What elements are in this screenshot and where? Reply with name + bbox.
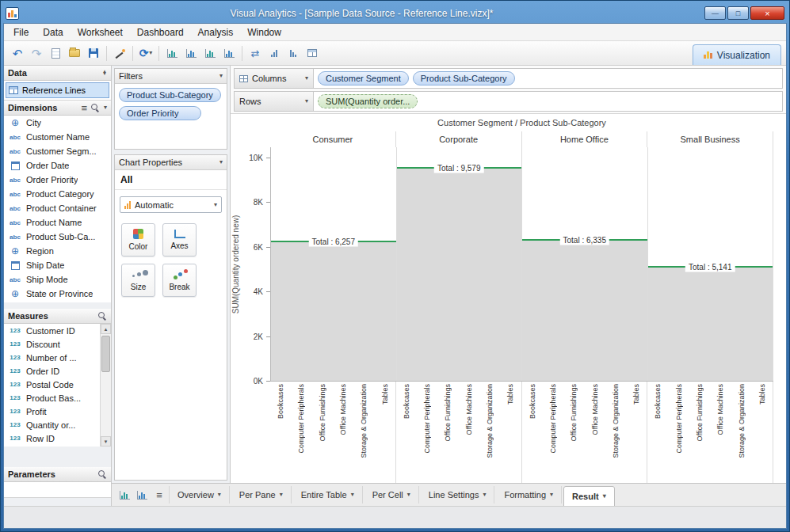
x-axis-label: Computer Peripherals bbox=[297, 384, 305, 454]
chevron-down-icon[interactable]: ▾ bbox=[305, 75, 308, 82]
dimension-item[interactable]: abcOrder Priority bbox=[4, 173, 111, 187]
size-button[interactable]: Size bbox=[121, 264, 155, 297]
chart-tool-button-4[interactable] bbox=[220, 44, 238, 63]
bottom-tab-formatting[interactable]: Formatting▾ bbox=[496, 486, 562, 504]
bottom-tab-per-cell[interactable]: Per Cell▾ bbox=[364, 486, 419, 504]
scroll-up-button[interactable]: ▲ bbox=[101, 324, 111, 334]
dimension-item[interactable]: abcProduct Container bbox=[4, 201, 111, 215]
measure-item[interactable]: 123Quantity or... bbox=[4, 418, 111, 431]
dimension-item[interactable]: abcProduct Sub-Ca... bbox=[4, 230, 111, 244]
reference-line-label[interactable]: Total : 9,579 bbox=[434, 162, 483, 173]
x-axis[interactable]: BookcasesComputer PeripheralsOffice Furn… bbox=[231, 382, 773, 483]
sort-descending-button[interactable] bbox=[284, 44, 302, 63]
datasource-item[interactable]: Reference Lines bbox=[6, 82, 109, 98]
menu-item-worksheet[interactable]: Worksheet bbox=[71, 24, 130, 40]
table-view-button[interactable] bbox=[303, 44, 321, 63]
mark-type-select[interactable]: Automatic ▾ bbox=[120, 196, 222, 213]
dimension-item[interactable]: abcCustomer Segm... bbox=[4, 144, 111, 158]
open-button[interactable] bbox=[66, 44, 83, 63]
undo-button[interactable]: ↶ bbox=[9, 44, 26, 63]
chart-tool-button-2[interactable] bbox=[182, 44, 200, 63]
title-bar[interactable]: Visual Analytics - [Sample Data Source -… bbox=[3, 3, 787, 23]
columns-shelf[interactable]: Columns ▾ Customer SegmentProduct Sub-Ca… bbox=[234, 68, 783, 89]
measure-item[interactable]: 123Number of ... bbox=[4, 351, 111, 364]
reference-line-label[interactable]: Total : 6,257 bbox=[309, 237, 358, 247]
save-button[interactable] bbox=[85, 44, 102, 63]
dimension-item[interactable]: abcProduct Name bbox=[4, 215, 111, 230]
dimension-item[interactable]: Order Date bbox=[4, 158, 111, 173]
close-button[interactable]: × bbox=[750, 6, 784, 20]
reference-line-label[interactable]: Total : 5,141 bbox=[685, 261, 735, 272]
chart-properties-title: Chart Properties bbox=[119, 158, 182, 167]
measure-item[interactable]: 123Profit bbox=[4, 405, 111, 418]
field-label: Postal Code bbox=[26, 380, 74, 390]
mini-chart-grid-button[interactable] bbox=[134, 487, 150, 503]
dimension-item[interactable]: abcShip Mode bbox=[4, 272, 111, 287]
chart-tool-button-3[interactable] bbox=[201, 44, 219, 63]
measures-scrollbar[interactable]: ▲ ▼ bbox=[100, 324, 111, 446]
chevron-down-icon[interactable]: ▾ bbox=[104, 104, 107, 111]
dimension-item[interactable]: abcProduct Category bbox=[4, 187, 111, 201]
search-icon[interactable] bbox=[98, 470, 107, 479]
chevron-down-icon[interactable]: ▾ bbox=[219, 159, 223, 165]
rows-pill[interactable]: SUM(Quantity order... bbox=[318, 94, 418, 108]
list-view-icon[interactable]: ≡ bbox=[81, 103, 87, 113]
refresh-button[interactable]: ⟳▾ bbox=[137, 44, 155, 63]
filter-pill[interactable]: Order Priority bbox=[119, 106, 201, 120]
mini-chart-button[interactable] bbox=[116, 487, 132, 503]
bottom-tab-result[interactable]: Result▾ bbox=[563, 486, 615, 507]
measure-item[interactable]: 123Order ID bbox=[4, 364, 111, 378]
dimension-item[interactable]: ⊕City bbox=[4, 116, 111, 130]
visualization-tab[interactable]: Visualization bbox=[693, 44, 781, 65]
color-button[interactable]: Color bbox=[121, 223, 155, 256]
rows-shelf[interactable]: Rows ▾ SUM(Quantity order... bbox=[234, 91, 783, 112]
design-wand-button[interactable] bbox=[111, 44, 128, 63]
window-controls: — □ × bbox=[704, 6, 784, 20]
axes-button[interactable]: Axes bbox=[162, 223, 197, 256]
search-icon[interactable] bbox=[91, 104, 100, 112]
columns-pill[interactable]: Customer Segment bbox=[318, 71, 409, 86]
dimension-item[interactable]: ⊕State or Province bbox=[4, 287, 111, 301]
columns-pill[interactable]: Product Sub-Category bbox=[413, 71, 515, 86]
bottom-tab-per-pane[interactable]: Per Pane▾ bbox=[231, 486, 292, 504]
dimension-item[interactable]: abcCustomer Name bbox=[4, 130, 111, 144]
collapse-expand-button[interactable]: ▲▼ bbox=[102, 70, 107, 76]
menu-item-dashboard[interactable]: Dashboard bbox=[130, 24, 191, 40]
chart-tool-button-1[interactable] bbox=[163, 44, 181, 63]
list-view-button[interactable]: ≡ bbox=[151, 487, 167, 503]
measure-item[interactable]: 123Discount bbox=[4, 337, 111, 351]
filter-pill[interactable]: Product Sub-Category bbox=[119, 88, 221, 102]
measure-item[interactable]: 123Row ID bbox=[4, 431, 111, 445]
chevron-down-icon[interactable]: ▾ bbox=[219, 73, 223, 79]
redo-button[interactable]: ↷ bbox=[28, 44, 45, 63]
search-icon[interactable] bbox=[98, 312, 107, 321]
new-document-button[interactable] bbox=[47, 44, 64, 63]
sort-ascending-button[interactable] bbox=[265, 44, 283, 63]
menu-item-analysis[interactable]: Analysis bbox=[191, 24, 241, 40]
measure-item[interactable]: 123Postal Code bbox=[4, 378, 111, 391]
x-axis-label: Computer Peripherals bbox=[675, 384, 683, 454]
bottom-tab-line-settings[interactable]: Line Settings▾ bbox=[421, 486, 495, 504]
chevron-down-icon[interactable]: ▾ bbox=[305, 98, 308, 104]
menu-item-data[interactable]: Data bbox=[36, 24, 70, 40]
measure-item[interactable]: 123Customer ID bbox=[4, 324, 111, 337]
break-button[interactable]: Break bbox=[162, 264, 197, 297]
y-axis[interactable]: SUM(Quantity ordered new) 0K2K4K6K8K10K bbox=[231, 147, 270, 382]
measure-item[interactable]: 123Product Bas... bbox=[4, 391, 111, 405]
chart-properties-card: Chart Properties ▾ All Automatic ▾ bbox=[114, 154, 227, 481]
maximize-button[interactable]: □ bbox=[727, 6, 749, 20]
bottom-tab-overview[interactable]: Overview▾ bbox=[169, 486, 230, 504]
menu-item-window[interactable]: Window bbox=[240, 24, 288, 40]
swap-axes-button[interactable]: ⇄ bbox=[246, 44, 264, 63]
reference-line-label[interactable]: Total : 6,335 bbox=[560, 235, 609, 245]
x-axis-label: Tables bbox=[506, 384, 514, 405]
menu-item-file[interactable]: File bbox=[6, 24, 36, 40]
field-label: Region bbox=[26, 246, 54, 256]
minimize-button[interactable]: — bbox=[704, 6, 726, 20]
rows-label: Rows bbox=[239, 97, 261, 106]
dimension-item[interactable]: ⊕Region bbox=[4, 244, 111, 258]
scroll-down-button[interactable]: ▼ bbox=[101, 436, 111, 446]
bottom-tab-entire-table[interactable]: Entire Table▾ bbox=[293, 486, 363, 504]
scrollbar-thumb[interactable] bbox=[101, 336, 110, 372]
dimension-item[interactable]: Ship Date bbox=[4, 258, 111, 272]
